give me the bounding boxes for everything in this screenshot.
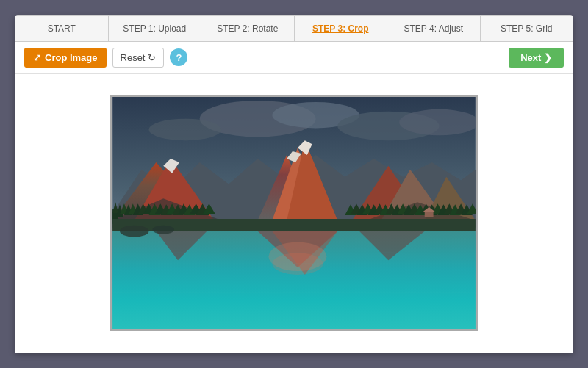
image-area: [15, 74, 573, 353]
image-container[interactable]: [110, 95, 478, 331]
step-crop-label: STEP 3: Crop: [312, 24, 368, 34]
reset-button[interactable]: Reset ↻: [112, 48, 165, 68]
svg-point-75: [120, 226, 149, 237]
help-label: ?: [176, 52, 182, 63]
step-start[interactable]: START: [15, 16, 109, 41]
crop-icon: ⤢: [33, 52, 41, 63]
step-grid[interactable]: STEP 5: Grid: [481, 16, 573, 41]
steps-nav: START STEP 1: Upload STEP 2: Rotate STEP…: [15, 16, 573, 42]
svg-point-5: [399, 109, 476, 136]
step-start-label: START: [48, 24, 76, 34]
step-rotate[interactable]: STEP 2: Rotate: [201, 16, 295, 41]
svg-rect-77: [425, 212, 434, 217]
reset-button-label: Reset: [121, 52, 146, 63]
next-button[interactable]: Next ❯: [509, 48, 564, 68]
main-window: START STEP 1: Upload STEP 2: Rotate STEP…: [15, 15, 573, 353]
crop-image-button[interactable]: ⤢ Crop Image: [24, 48, 107, 68]
toolbar: ⤢ Crop Image Reset ↻ ? Next ❯: [15, 42, 573, 74]
crop-button-label: Crop Image: [45, 52, 98, 63]
image-canvas: [112, 97, 476, 329]
next-button-label: Next ❯: [520, 52, 552, 63]
step-crop[interactable]: STEP 3: Crop: [295, 16, 388, 41]
step-adjust-label: STEP 4: Adjust: [404, 24, 464, 34]
step-upload-label: STEP 1: Upload: [123, 24, 186, 34]
reset-icon: ↻: [148, 52, 156, 63]
svg-point-76: [152, 226, 174, 234]
step-upload[interactable]: STEP 1: Upload: [109, 16, 202, 41]
step-adjust[interactable]: STEP 4: Adjust: [387, 16, 481, 41]
svg-point-4: [149, 119, 222, 141]
svg-point-74: [272, 253, 323, 275]
help-button[interactable]: ?: [170, 48, 187, 66]
step-rotate-label: STEP 2: Rotate: [217, 24, 278, 34]
step-grid-label: STEP 5: Grid: [501, 24, 552, 34]
